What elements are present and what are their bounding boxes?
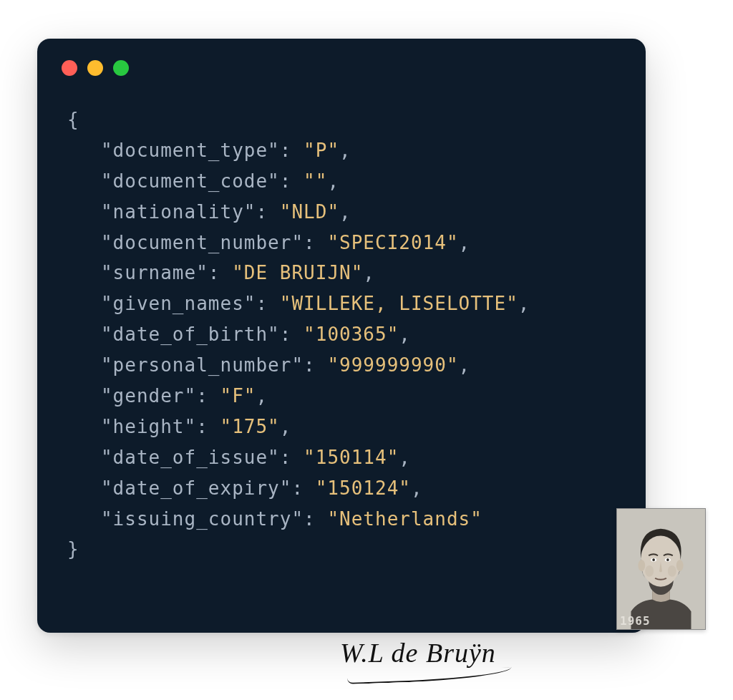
json-value: "F"	[220, 385, 256, 407]
id-photo: 1965	[616, 508, 706, 630]
svg-point-3	[676, 560, 684, 571]
json-key: "surname"	[101, 262, 208, 283]
minimize-icon[interactable]	[87, 60, 103, 76]
close-brace: }	[67, 538, 79, 560]
json-key: "given_names"	[101, 293, 256, 314]
svg-point-2	[638, 560, 645, 571]
json-key: "document_code"	[101, 170, 280, 192]
json-value: "150124"	[316, 477, 411, 499]
json-key: "issuing_country"	[101, 508, 304, 530]
json-value: "Netherlands"	[327, 508, 482, 530]
json-key: "date_of_issue"	[101, 447, 280, 468]
code-window: { "document_type": "P", "document_code":…	[37, 39, 646, 633]
json-value: "DE BRUIJN"	[232, 262, 363, 283]
signature-text: W.L de Bruÿn	[340, 638, 496, 668]
json-value: "999999990"	[327, 354, 458, 376]
json-key: "date_of_birth"	[101, 324, 280, 345]
json-value: "100365"	[304, 324, 399, 345]
svg-point-5	[652, 558, 655, 561]
json-value: "P"	[304, 140, 339, 161]
json-key: "height"	[101, 416, 196, 437]
signature: W.L de Bruÿn	[340, 637, 496, 669]
svg-point-9	[668, 565, 676, 577]
svg-point-8	[645, 565, 654, 577]
window-controls	[37, 60, 646, 76]
json-value: ""	[304, 170, 327, 192]
json-value: "SPECI2014"	[327, 232, 458, 253]
json-value: "150114"	[304, 447, 399, 468]
json-key: "date_of_expiry"	[101, 477, 291, 499]
signature-underline	[347, 667, 512, 684]
code-body: { "document_type": "P", "document_code":…	[37, 104, 646, 579]
maximize-icon[interactable]	[113, 60, 129, 76]
photo-year: 1965	[620, 614, 651, 628]
json-key: "gender"	[101, 385, 196, 407]
open-brace: {	[67, 109, 79, 130]
json-key: "nationality"	[101, 201, 256, 223]
json-value: "NLD"	[280, 201, 339, 223]
json-key: "personal_number"	[101, 354, 304, 376]
svg-point-7	[666, 558, 669, 561]
close-icon[interactable]	[62, 60, 77, 76]
json-key: "document_type"	[101, 140, 280, 161]
json-key: "document_number"	[101, 232, 304, 253]
json-value: "175"	[220, 416, 280, 437]
json-value: "WILLEKE, LISELOTTE"	[280, 293, 518, 314]
